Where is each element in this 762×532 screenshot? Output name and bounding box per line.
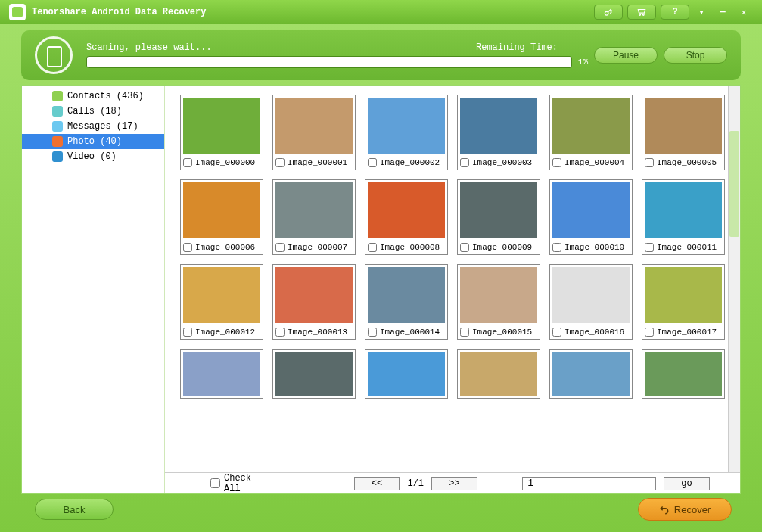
- thumbnail-image: [183, 267, 260, 323]
- thumbnail-image: [368, 182, 445, 238]
- thumbnail-image: [552, 267, 630, 323]
- thumbnail-item[interactable]: Image_000012: [180, 264, 263, 340]
- thumbnail-image: [645, 352, 722, 396]
- thumbnail-item[interactable]: Image_000005: [642, 95, 725, 170]
- thumbnail-image: [460, 352, 537, 396]
- thumbnail-checkbox[interactable]: [275, 158, 285, 167]
- thumbnail-image: [645, 267, 722, 323]
- thumbnail-checkbox[interactable]: [645, 328, 654, 337]
- thumbnail-label: Image_000010: [565, 243, 624, 252]
- thumbnail-checkbox[interactable]: [368, 243, 377, 252]
- thumbnail-item[interactable]: Image_000008: [365, 179, 448, 255]
- thumbnail-item[interactable]: Image_000003: [457, 95, 540, 170]
- thumbnail-image: [552, 182, 630, 238]
- thumbnail-item[interactable]: [457, 349, 540, 399]
- sidebar-item-video[interactable]: Video (0): [22, 149, 164, 164]
- thumbnail-item[interactable]: Image_000001: [272, 95, 356, 170]
- thumbnail-item[interactable]: Image_000017: [642, 264, 725, 340]
- pause-button[interactable]: Pause: [594, 47, 658, 64]
- check-all-label: Check All: [224, 473, 272, 494]
- thumbnail-label: Image_000013: [288, 328, 347, 337]
- thumbnail-image: [368, 98, 445, 154]
- thumbnail-item[interactable]: Image_000007: [272, 179, 356, 255]
- thumbnail-checkbox[interactable]: [275, 243, 285, 252]
- sidebar-item-messages[interactable]: Messages (17): [22, 119, 164, 134]
- thumbnail-item[interactable]: Image_000004: [549, 95, 633, 170]
- thumbnail-item[interactable]: Image_000016: [549, 264, 633, 340]
- thumbnail-checkbox[interactable]: [552, 243, 561, 252]
- cart-button[interactable]: [627, 5, 656, 20]
- sidebar-item-calls[interactable]: Calls (18): [22, 104, 164, 119]
- svg-point-1: [639, 14, 641, 16]
- remaining-time-label: Remaining Time:: [476, 42, 558, 53]
- thumbnail-image: [183, 182, 260, 238]
- thumbnail-image: [460, 98, 537, 154]
- sidebar-item-label: Contacts (436): [67, 91, 144, 101]
- thumbnail-item[interactable]: Image_000014: [365, 264, 448, 340]
- sidebar-item-contacts[interactable]: Contacts (436): [22, 89, 164, 104]
- thumbnail-checkbox[interactable]: [460, 243, 469, 252]
- thumbnail-label: Image_000001: [288, 158, 347, 167]
- next-page-button[interactable]: >>: [431, 477, 477, 490]
- thumbnail-item[interactable]: Image_000002: [365, 95, 448, 170]
- thumbnail-item[interactable]: [549, 349, 633, 399]
- back-button[interactable]: Back: [35, 499, 114, 520]
- thumbnail-label: Image_000016: [565, 328, 624, 337]
- thumbnail-item[interactable]: Image_000010: [549, 179, 633, 255]
- thumbnail-checkbox[interactable]: [368, 158, 377, 167]
- key-button[interactable]: [594, 5, 623, 20]
- thumbnail-label: Image_000000: [195, 158, 255, 167]
- thumbnail-item[interactable]: Image_000015: [457, 264, 540, 340]
- thumbnail-label: Image_000012: [195, 328, 255, 337]
- dropdown-icon[interactable]: ▾: [692, 5, 711, 20]
- recover-button[interactable]: Recover: [638, 498, 732, 521]
- thumbnail-item[interactable]: [365, 349, 448, 399]
- thumbnail-item[interactable]: Image_000009: [457, 179, 540, 255]
- minimize-button[interactable]: —: [714, 5, 732, 20]
- thumbnail-checkbox[interactable]: [183, 243, 192, 252]
- thumbnail-checkbox[interactable]: [460, 158, 469, 167]
- sidebar-item-photo[interactable]: Photo (40): [22, 134, 164, 149]
- thumbnail-image: [460, 182, 537, 238]
- check-all-checkbox[interactable]: [210, 478, 220, 488]
- thumbnail-image: [460, 267, 537, 323]
- thumbnail-image: [275, 182, 353, 238]
- thumbnail-image: [183, 352, 260, 396]
- thumbnail-item[interactable]: [180, 349, 263, 399]
- thumbnail-checkbox[interactable]: [552, 328, 561, 337]
- thumbnail-checkbox[interactable]: [183, 328, 192, 337]
- page-display: 1/1: [407, 478, 424, 489]
- thumbnail-item[interactable]: Image_000013: [272, 264, 356, 340]
- svg-point-2: [642, 14, 644, 16]
- sidebar-item-label: Video (0): [67, 151, 117, 162]
- thumbnail-label: Image_000009: [472, 243, 532, 252]
- content-area: Image_000000Image_000001Image_000002Imag…: [165, 86, 740, 493]
- scrollbar[interactable]: [728, 86, 740, 472]
- page-input[interactable]: [522, 477, 656, 490]
- thumbnail-label: Image_000006: [195, 243, 255, 252]
- thumbnail-checkbox[interactable]: [552, 158, 561, 167]
- thumbnail-item[interactable]: Image_000011: [642, 179, 725, 255]
- prev-page-button[interactable]: <<: [354, 477, 400, 490]
- thumbnail-item[interactable]: [272, 349, 356, 399]
- thumbnail-checkbox[interactable]: [183, 158, 192, 167]
- thumbnail-label: Image_000011: [657, 243, 717, 252]
- video-icon: [52, 151, 63, 162]
- stop-button[interactable]: Stop: [664, 47, 727, 64]
- thumbnail-checkbox[interactable]: [368, 328, 377, 337]
- sidebar-item-label: Messages (17): [67, 121, 138, 132]
- go-button[interactable]: go: [664, 477, 710, 490]
- thumbnail-item[interactable]: Image_000006: [180, 179, 263, 255]
- close-button[interactable]: ✕: [735, 5, 753, 20]
- undo-icon: [659, 504, 670, 515]
- thumbnail-checkbox[interactable]: [645, 158, 654, 167]
- help-button[interactable]: ?: [661, 5, 689, 20]
- sidebar-item-label: Calls (18): [67, 106, 122, 117]
- thumbnail-checkbox[interactable]: [460, 328, 469, 337]
- thumbnail-item[interactable]: Image_000000: [180, 95, 263, 170]
- main-panel: Contacts (436)Calls (18)Messages (17)Pho…: [21, 85, 741, 494]
- thumbnail-checkbox[interactable]: [275, 328, 285, 337]
- thumbnail-checkbox[interactable]: [645, 243, 654, 252]
- thumbnail-item[interactable]: [642, 349, 725, 399]
- calls-icon: [52, 106, 63, 117]
